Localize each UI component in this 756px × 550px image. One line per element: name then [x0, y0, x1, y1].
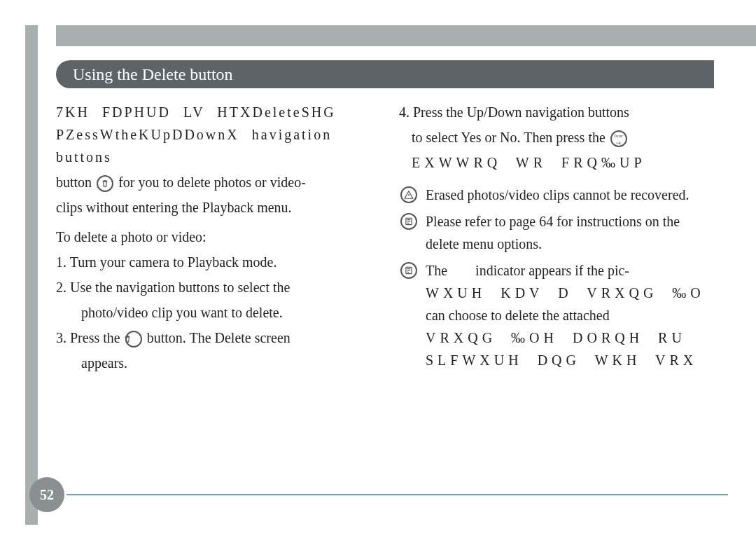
note-icon: [400, 213, 417, 230]
footer-rule: [66, 494, 728, 495]
step3b: button. The Delete screen: [147, 330, 290, 345]
trash-icon: [97, 175, 113, 192]
intro-garbled-line: 7KH FDPHUD LV HTXDeleteSHG PZessWtheKUpD…: [56, 101, 371, 168]
note2-row: The indicator appears if the pic- WXUH K…: [399, 259, 714, 371]
step4a: 4. Press the Up/Down navigation buttons: [399, 101, 714, 123]
intro-line3: clips without entering the Playback menu…: [56, 196, 371, 219]
step4b: to select Yes or No. Then press the: [412, 130, 606, 145]
page-number: 52: [29, 477, 64, 512]
warning-text: Erased photos/video clips cannot be reco…: [426, 184, 714, 206]
garbled4: SLFWXUH DQG WKH VRX: [426, 349, 714, 371]
body-columns: 7KH FDPHUD LV HTXDeleteSHG PZessWtheKUpD…: [56, 98, 714, 377]
note1-text: Please refer to page 64 for instructions…: [426, 210, 714, 255]
func-ok-icon: funcok: [610, 130, 627, 147]
top-grey-bar: [56, 25, 756, 46]
intro-line2-a: button: [56, 174, 92, 190]
section-title: Using the Delete button: [56, 60, 714, 88]
garbled2: WXUH KDV D VRXQG ‰O: [426, 282, 714, 304]
note2c: can choose to delete the attached: [426, 304, 714, 326]
intro-line2-b: for you to delete photos or video-: [118, 174, 306, 190]
note2-block: The indicator appears if the pic- WXUH K…: [426, 259, 714, 371]
step4-line2: to select Yes or No. Then press the func…: [399, 126, 714, 149]
intro-line-delete-button: button for you to delete photos or video…: [56, 171, 371, 193]
step3a: 3. Press the: [56, 330, 120, 345]
step3: 3. Press the button. The Delete screen: [56, 326, 371, 349]
note2b: indicator appears if the pic-: [475, 263, 629, 278]
note2a: The: [426, 263, 447, 278]
garbled-confirm: EXWWRQ WR FRQ‰UP: [399, 151, 714, 174]
garbled3: VRXQG ‰OH DORQH RU: [426, 326, 714, 349]
note-icon: [400, 262, 417, 279]
trash-icon: [125, 331, 142, 348]
warning-icon: [400, 186, 417, 203]
step1: 1. Turn your camera to Playback mode.: [56, 251, 371, 273]
step3c: appears.: [56, 352, 371, 374]
note1-row: Please refer to page 64 for instructions…: [399, 210, 714, 255]
step2b: photo/video clip you want to delete.: [56, 301, 371, 324]
right-column: 4. Press the Up/Down navigation buttons …: [399, 98, 714, 377]
left-column: 7KH FDPHUD LV HTXDeleteSHG PZessWtheKUpD…: [56, 98, 371, 377]
subhead: To delete a photo or video:: [56, 226, 371, 248]
step2a: 2. Use the navigation buttons to select …: [56, 276, 371, 298]
warning-row: Erased photos/video clips cannot be reco…: [399, 184, 714, 206]
left-grey-band: [25, 25, 38, 525]
steps-list: 1. Turn your camera to Playback mode. 2.…: [56, 251, 371, 374]
section-header: Using the Delete button: [56, 60, 714, 88]
